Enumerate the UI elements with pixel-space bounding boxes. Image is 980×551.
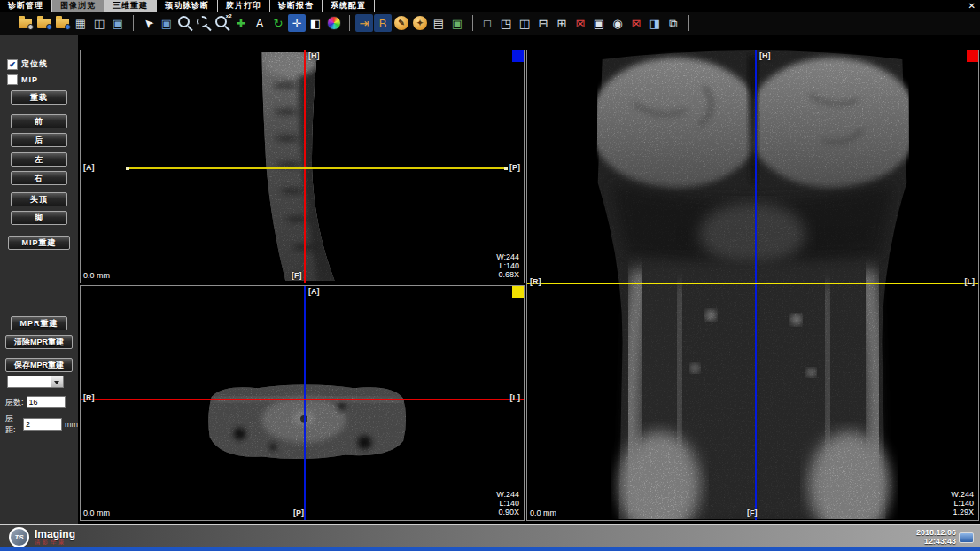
refresh-icon[interactable]: ↻ — [269, 14, 287, 32]
zoom-icon[interactable] — [176, 14, 194, 32]
slice-position: 0.0 mm — [530, 508, 556, 517]
draw-pencil-icon[interactable]: ✎ — [393, 14, 410, 32]
orientation-label-top: [H] — [759, 51, 771, 60]
axial-horizontal-reference-line[interactable] — [81, 399, 524, 400]
foot-button[interactable]: 脚 — [11, 211, 67, 225]
window-level-readout: W:244 L:140 0.68X — [496, 252, 519, 279]
tab-diagnosis-report[interactable]: 诊断报告 — [270, 0, 323, 12]
status-bar: TS Imaging 清影华康 2018.12.06 12:43:43 — [0, 524, 980, 547]
pan-icon[interactable]: ✚ — [232, 14, 250, 32]
slice-position: 0.0 mm — [83, 271, 110, 280]
layer-count-input[interactable] — [27, 396, 66, 408]
annotation-text-icon[interactable]: A — [251, 14, 268, 32]
report-document-icon[interactable]: ▤ — [430, 14, 447, 32]
color-wheel-icon[interactable] — [325, 14, 343, 32]
tab-film-print[interactable]: 胶片打印 — [218, 0, 270, 12]
bottom-accent-strip — [0, 547, 980, 551]
layer-spacing-input[interactable] — [23, 418, 62, 431]
worklist-grid-icon[interactable]: ▦ — [72, 14, 89, 32]
right-button[interactable]: 右 — [11, 171, 67, 185]
localizer-checkbox[interactable]: ✔ — [7, 59, 18, 70]
roi-ellipse-icon[interactable]: ◉ — [609, 14, 626, 32]
tab-carotid-diagnosis[interactable]: 颈动脉诊断 — [157, 0, 218, 12]
orientation-label-top: [H] — [308, 51, 320, 60]
open-study-folder-icon[interactable] — [16, 14, 34, 32]
layout-single-icon[interactable]: □ — [478, 14, 496, 32]
orientation-label-bottom: [P] — [293, 508, 304, 517]
sagittal-horizontal-reference-line[interactable] — [128, 167, 506, 169]
layout-delete-icon[interactable]: ⊠ — [572, 14, 589, 32]
mip-checkbox[interactable] — [7, 74, 18, 85]
check-icon: ✔ — [9, 60, 16, 69]
axial-vertical-reference-line[interactable] — [304, 286, 306, 520]
coronal-corner-marker — [967, 50, 978, 62]
window-value: W:244 — [496, 252, 519, 261]
orientation-label-left: [A] — [83, 163, 95, 172]
coronal-horizontal-reference-line[interactable] — [527, 283, 978, 284]
zoom-value: 0.90X — [496, 508, 519, 516]
head-button[interactable]: 头顶 — [11, 192, 67, 206]
sagittal-viewport[interactable]: [H] [A] [P] [F] W:244 L:140 0.68X 0.0 mm — [80, 50, 525, 283]
layer-spacing-unit: mm — [65, 420, 78, 429]
front-button[interactable]: 前 — [11, 114, 67, 128]
measure-tools-icon[interactable]: ✦ — [411, 14, 429, 32]
split-view-icon[interactable]: ◨ — [646, 14, 664, 32]
time-value: 12:43:43 — [916, 537, 956, 546]
date-value: 2018.12.06 — [916, 528, 956, 537]
logo-monogram-icon: TS — [9, 527, 29, 547]
zoom-value: 1.29X — [951, 508, 974, 516]
contrast-icon[interactable]: ◧ — [307, 14, 324, 32]
window-value: W:244 — [951, 490, 974, 499]
series-export-icon[interactable]: ⇥ — [355, 14, 373, 32]
import-folder-icon[interactable] — [35, 14, 52, 32]
chevron-down-icon[interactable] — [51, 376, 63, 387]
cursor-icon[interactable]: ➤ — [139, 14, 157, 32]
roi-delete-icon[interactable]: ⊠ — [627, 14, 645, 32]
layer-spacing-row: 层距: mm — [5, 413, 78, 436]
clear-mpr-button[interactable]: 清除MPR重建 — [5, 335, 73, 349]
orientation-label-right: [P] — [509, 163, 520, 172]
tab-diagnosis-management[interactable]: 诊断管理 — [0, 0, 52, 12]
layer-count-row: 层数: — [5, 396, 66, 408]
roi-rect-icon[interactable]: ▣ — [590, 14, 608, 32]
reload-button[interactable]: 重载 — [11, 90, 67, 105]
layout-two-column-icon[interactable]: ◫ — [516, 14, 533, 32]
coronal-mri-image — [527, 50, 978, 520]
mip-checkbox-label: MIP — [21, 75, 38, 84]
level-value: L:140 — [496, 499, 519, 508]
sidebar: ✔ 定位线 MIP 重载 前 后 左 右 头顶 脚 MIP重建 MPR重建 清除… — [0, 35, 78, 524]
save-mpr-button[interactable]: 保存MPR重建 — [5, 358, 73, 372]
axial-viewport[interactable]: [A] [R] [L] [P] W:244 L:140 0.90X 0.0 mm — [80, 285, 525, 521]
coronal-vertical-reference-line[interactable] — [755, 50, 757, 520]
orientation-label-top: [A] — [308, 287, 320, 296]
mpr-rebuild-button[interactable]: MPR重建 — [11, 316, 67, 330]
window-layout-icon[interactable]: ◫ — [90, 14, 108, 32]
layout-two-row-icon[interactable]: ⊟ — [534, 14, 552, 32]
tab-3d-reconstruction[interactable]: 三维重建 — [105, 0, 157, 12]
close-icon[interactable]: ✕ — [968, 0, 976, 12]
export-folder-icon[interactable] — [53, 14, 71, 32]
batch-export-icon[interactable]: B — [374, 14, 392, 32]
sagittal-vertical-reference-line[interactable] — [304, 50, 306, 283]
save-image-icon[interactable]: ▣ — [448, 14, 466, 32]
cascade-windows-icon[interactable]: ⧉ — [665, 14, 682, 32]
fit-screen-icon[interactable]: ✛ — [288, 14, 306, 32]
tab-system-config[interactable]: 系统配置 — [323, 0, 375, 12]
volume-cube-icon[interactable]: ▣ — [109, 14, 127, 32]
layer-count-label: 层数: — [5, 397, 24, 408]
back-button[interactable]: 后 — [11, 133, 67, 147]
left-button[interactable]: 左 — [11, 152, 67, 167]
image-display-icon[interactable]: ▣ — [158, 14, 175, 32]
mip-rebuild-button[interactable]: MIP重建 — [8, 236, 70, 250]
coronal-viewport[interactable]: [H] [R] [L] [F] W:244 L:140 1.29X 0.0 mm — [526, 50, 979, 521]
zoom-2x-icon[interactable]: x2 — [214, 14, 231, 32]
preset-dropdown[interactable] — [7, 376, 64, 388]
level-value: L:140 — [496, 261, 519, 270]
zoom-region-icon[interactable] — [195, 14, 213, 32]
axial-mri-image — [81, 286, 524, 520]
tab-image-browse[interactable]: 图像浏览 — [52, 0, 105, 12]
level-value: L:140 — [951, 499, 974, 508]
orientation-label-bottom: [F] — [292, 271, 302, 280]
layout-preset-icon[interactable]: ◳ — [497, 14, 515, 32]
layout-quad-icon[interactable]: ⊞ — [553, 14, 571, 32]
